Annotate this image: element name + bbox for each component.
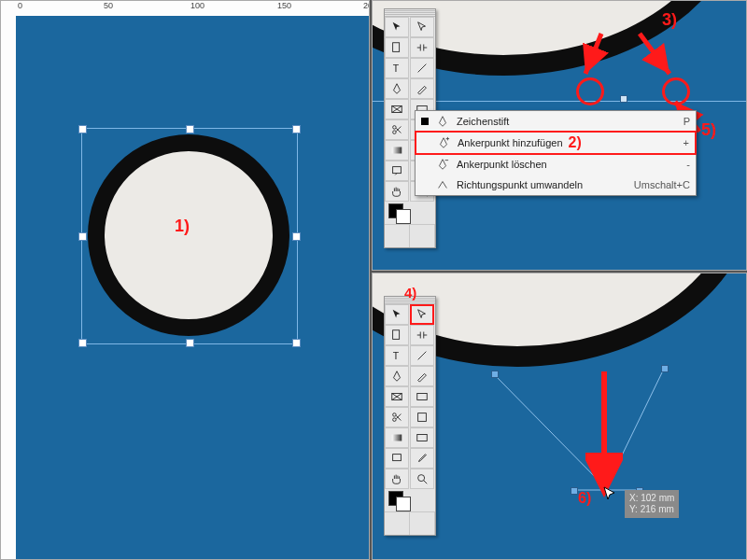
path-anchor-point[interactable]	[491, 371, 499, 378]
annotation-step1: 1)	[175, 217, 190, 236]
tool-type[interactable]: T	[385, 58, 409, 78]
flyout-shortcut: -	[668, 159, 690, 170]
flyout-item-pen[interactable]: Zeichenstift P	[416, 111, 696, 132]
tool-page[interactable]	[385, 325, 409, 345]
annotation-step5: 5)	[701, 120, 716, 140]
svg-rect-26	[393, 330, 400, 340]
tool-type[interactable]: T	[385, 345, 409, 366]
annotation-arrow-icon	[559, 29, 615, 85]
coord-x-label: X:	[629, 493, 638, 503]
annotation-step4: 4)	[404, 285, 416, 301]
tool-direct-selection[interactable]	[410, 17, 434, 37]
tool-gap[interactable]	[410, 325, 434, 345]
tool-note[interactable]	[385, 448, 409, 469]
coord-x-value: 102 mm	[641, 493, 674, 503]
tool-gradient-swatch[interactable]	[385, 140, 409, 161]
annotation-drag-arrow-icon	[585, 367, 623, 497]
svg-rect-37	[417, 435, 428, 441]
pen-tool-flyout-menu: Zeichenstift P Ankerpunkt hinzufügen 2) …	[415, 110, 697, 196]
tool-pencil[interactable]	[410, 366, 434, 386]
svg-line-1	[640, 34, 669, 74]
handle-bot-mid[interactable]	[186, 339, 194, 347]
svg-rect-32	[417, 394, 428, 400]
handle-top-right[interactable]	[292, 125, 301, 133]
tool-scissors[interactable]	[385, 407, 409, 427]
tool-pencil[interactable]	[410, 78, 434, 99]
coordinate-tooltip: X: 102 mm Y: 216 mm	[625, 490, 679, 518]
tool-hand[interactable]	[385, 181, 409, 202]
flyout-label: Ankerpunkt löschen	[457, 159, 547, 170]
tool-selection[interactable]	[385, 17, 409, 37]
flyout-shortcut: +	[665, 137, 689, 148]
toolbox-footer	[385, 224, 435, 247]
svg-rect-38	[393, 455, 402, 461]
flyout-shortcut: P	[665, 116, 690, 127]
fill-stroke-swatch[interactable]	[385, 489, 435, 511]
fill-stroke-swatch[interactable]	[385, 202, 435, 224]
annotation-arrow-icon	[630, 29, 696, 85]
annotation-step2: 2)	[569, 134, 582, 151]
flyout-item-add-anchor[interactable]: Ankerpunkt hinzufügen 2) +	[415, 131, 697, 155]
ruler-tick: 100	[190, 1, 204, 10]
tool-hand[interactable]	[385, 469, 409, 489]
svg-line-5	[418, 64, 427, 73]
tool-eyedropper[interactable]	[410, 448, 434, 469]
tool-gradient-swatch[interactable]	[385, 427, 409, 448]
tool-gradient-feather[interactable]	[410, 427, 434, 448]
svg-line-28	[418, 352, 427, 360]
pen-icon	[434, 115, 451, 128]
tool-note[interactable]	[385, 161, 409, 181]
tool-line[interactable]	[410, 58, 434, 78]
svg-point-39	[418, 475, 425, 482]
handle-top-left[interactable]	[78, 125, 87, 133]
tool-direct-selection[interactable]	[410, 304, 434, 325]
tool-pen[interactable]	[385, 366, 409, 386]
handle-mid-left[interactable]	[78, 232, 87, 241]
tool-pen[interactable]	[385, 78, 409, 99]
svg-text:T: T	[393, 63, 400, 74]
bezier-direction-handle[interactable]	[571, 487, 578, 495]
flyout-item-delete-anchor[interactable]: Ankerpunkt löschen -	[416, 154, 696, 175]
svg-point-10	[393, 131, 397, 134]
selection-bounding-box[interactable]	[81, 128, 298, 344]
ruler-tick: 0	[18, 1, 22, 10]
tool-rectangle[interactable]	[410, 386, 434, 407]
flyout-shortcut: Umschalt+C	[615, 179, 690, 190]
ruler-tick: 150	[277, 1, 291, 10]
svg-rect-35	[418, 413, 427, 422]
flyout-item-convert-point[interactable]: Richtungspunkt umwandeln Umschalt+C	[416, 175, 696, 195]
svg-rect-19	[393, 167, 402, 174]
path-anchor-point[interactable]	[620, 95, 627, 103]
pen-plus-icon	[435, 136, 452, 149]
handle-top-mid[interactable]	[186, 125, 194, 133]
annotation-step3: 3)	[662, 10, 677, 30]
cursor-arrow-icon	[602, 486, 619, 503]
tool-gap[interactable]	[410, 37, 434, 58]
panel-grip[interactable]	[385, 9, 435, 17]
svg-rect-36	[392, 435, 402, 441]
tool-line[interactable]	[410, 345, 434, 366]
path-anchor-point[interactable]	[661, 365, 669, 372]
tool-scissors[interactable]	[385, 119, 409, 140]
handle-bot-left[interactable]	[78, 339, 87, 347]
canvas-step1[interactable]: 1)	[16, 16, 369, 559]
handle-mid-right[interactable]	[292, 232, 301, 241]
svg-rect-3	[393, 43, 400, 52]
convert-point-icon	[434, 178, 451, 191]
coord-y-label: Y:	[629, 504, 638, 514]
tool-zoom[interactable]	[410, 469, 434, 489]
flyout-label: Ankerpunkt hinzufügen	[458, 137, 563, 148]
coord-y-value: 216 mm	[641, 504, 674, 514]
active-dot-icon	[421, 118, 429, 125]
tool-selection[interactable]	[385, 304, 409, 325]
pen-minus-icon	[434, 158, 451, 171]
ruler-horizontal: 0 50 100 150 200	[1, 1, 369, 17]
tool-rectangle-frame[interactable]	[385, 99, 409, 119]
tool-page[interactable]	[385, 37, 409, 58]
svg-rect-17	[392, 147, 402, 154]
handle-bot-right[interactable]	[292, 339, 301, 347]
toolbox-panel[interactable]: T	[384, 296, 436, 536]
tool-free-transform[interactable]	[410, 407, 434, 427]
tool-rectangle-frame[interactable]	[385, 386, 409, 407]
svg-point-33	[393, 418, 397, 422]
